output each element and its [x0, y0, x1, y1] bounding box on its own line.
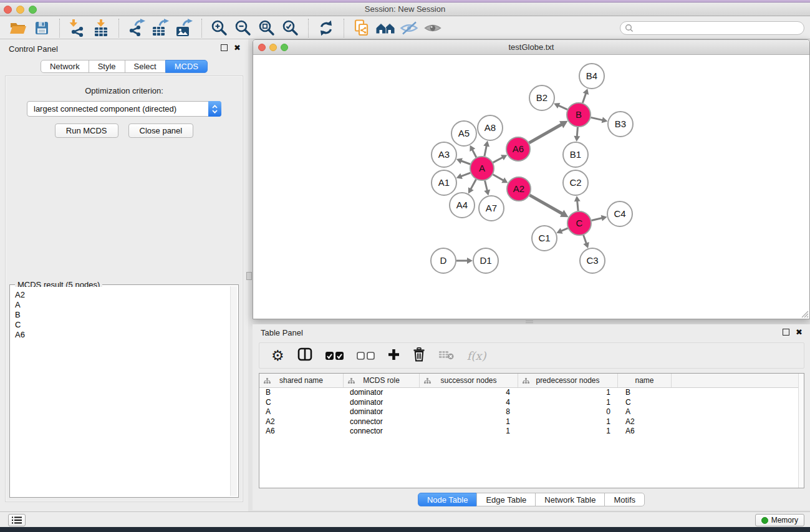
edge-A-A6[interactable] — [493, 155, 508, 162]
network-zoom-button[interactable] — [281, 44, 288, 51]
node-A4[interactable]: A4 — [450, 193, 475, 218]
node-B[interactable]: B — [567, 103, 591, 127]
edge-C-C1[interactable] — [556, 228, 567, 234]
tab-mcds[interactable]: MCDS — [165, 60, 208, 73]
edge-A-A4[interactable] — [468, 180, 476, 194]
mcds-result-item[interactable]: A — [15, 300, 229, 310]
delete-table-button[interactable] — [438, 349, 454, 362]
mcds-result-list[interactable]: A2ABCA6 — [11, 287, 229, 496]
node-B1[interactable]: B1 — [563, 142, 588, 167]
column-header-predecessor-nodes[interactable]: predecessor nodes — [518, 374, 618, 387]
tab-network[interactable]: Network — [41, 60, 89, 73]
network-canvas[interactable]: AA1A2A3A4A5A6A7A8BB1B2B3B4CC1C2C3C4DD1 — [253, 56, 809, 319]
import-network-button[interactable] — [65, 17, 89, 39]
horizontal-splitter-handle[interactable] — [526, 321, 533, 323]
edge-B-B2[interactable] — [554, 103, 567, 110]
close-table-panel-icon[interactable]: ✖ — [796, 329, 803, 336]
edge-A-A1[interactable] — [456, 173, 471, 179]
network-close-button[interactable] — [258, 44, 266, 51]
edge-B-B3[interactable] — [591, 117, 608, 123]
edge-C-C4[interactable] — [591, 215, 607, 221]
add-column-button[interactable] — [388, 349, 400, 363]
node-A7[interactable]: A7 — [479, 196, 504, 221]
node-B3[interactable]: B3 — [608, 112, 633, 137]
task-history-button[interactable] — [8, 514, 26, 526]
table-row[interactable]: Bdominator41B — [259, 388, 804, 398]
node-C3[interactable]: C3 — [580, 248, 605, 273]
show-all-button[interactable] — [421, 17, 445, 39]
criterion-dropdown[interactable]: largest connected component (directed) — [27, 101, 221, 117]
float-table-panel-icon[interactable] — [783, 329, 789, 336]
table-row[interactable]: Adominator80A — [259, 407, 804, 417]
network-window-titlebar[interactable]: testGlobe.txt — [253, 40, 809, 55]
minimize-window-button[interactable] — [16, 6, 24, 14]
node-A5[interactable]: A5 — [451, 121, 476, 146]
node-A3[interactable]: A3 — [432, 142, 456, 167]
mcds-result-item[interactable]: B — [15, 310, 229, 320]
node-C4[interactable]: C4 — [607, 201, 632, 226]
delete-column-button[interactable] — [413, 347, 425, 364]
column-header-successor-nodes[interactable]: successor nodes — [420, 374, 518, 387]
result-list-scrollbar[interactable] — [230, 286, 237, 496]
edge-C-C3[interactable] — [583, 235, 589, 248]
split-columns-button[interactable] — [297, 347, 312, 364]
node-C[interactable]: C — [567, 211, 591, 235]
import-table-button[interactable] — [89, 17, 113, 39]
tab-node-table[interactable]: Node Table — [418, 493, 478, 506]
table-row[interactable]: A2connector11A2 — [259, 417, 804, 427]
zoom-fit-button[interactable] — [255, 17, 279, 39]
edge-A-A3[interactable] — [456, 158, 470, 164]
table-settings-button[interactable]: ⚙ — [271, 349, 284, 363]
splitter-handle[interactable] — [246, 272, 252, 280]
close-window-button[interactable] — [4, 6, 12, 14]
table-scrollbar[interactable] — [798, 374, 804, 488]
node-C2[interactable]: C2 — [563, 170, 588, 195]
mcds-result-item[interactable]: A2 — [15, 290, 229, 300]
node-C1[interactable]: C1 — [532, 226, 557, 251]
select-all-button[interactable] — [325, 352, 344, 360]
table-row[interactable]: A6connector11A6 — [259, 427, 804, 437]
close-panel-button[interactable]: Close panel — [128, 123, 194, 138]
tab-motifs[interactable]: Motifs — [604, 493, 645, 506]
resize-grip-icon[interactable] — [800, 309, 809, 318]
float-panel-icon[interactable] — [221, 44, 228, 51]
node-B4[interactable]: B4 — [579, 64, 604, 89]
function-builder-button[interactable]: f(x) — [467, 349, 486, 362]
tab-network-table[interactable]: Network Table — [535, 493, 605, 506]
network-minimize-button[interactable] — [269, 44, 277, 51]
edge-A6-B[interactable] — [529, 121, 567, 143]
edge-B-B1[interactable] — [574, 127, 580, 142]
first-neighbors-button[interactable] — [374, 17, 397, 39]
column-header-name[interactable]: name — [618, 374, 672, 387]
table-row[interactable]: Cdominator41C — [259, 398, 804, 408]
close-panel-icon[interactable]: ✖ — [234, 44, 241, 51]
edge-A-A2[interactable] — [493, 175, 508, 183]
search-field[interactable] — [620, 21, 804, 35]
node-B2[interactable]: B2 — [529, 85, 554, 110]
edge-A-A8[interactable] — [483, 141, 489, 157]
node-A[interactable]: A — [470, 157, 494, 180]
mcds-result-item[interactable]: C — [15, 320, 229, 330]
node-A2[interactable]: A2 — [507, 177, 531, 201]
deselect-all-button[interactable] — [357, 352, 375, 360]
mcds-result-item[interactable]: A6 — [15, 330, 229, 340]
apply-layout-button[interactable] — [314, 17, 338, 39]
node-A8[interactable]: A8 — [478, 115, 503, 140]
node-A1[interactable]: A1 — [432, 170, 456, 195]
hide-selected-button[interactable] — [397, 17, 421, 39]
tab-edge-table[interactable]: Edge Table — [476, 493, 536, 506]
node-A6[interactable]: A6 — [506, 137, 530, 161]
column-header-mcds-role[interactable]: MCDS role — [344, 374, 420, 387]
export-network-button[interactable] — [125, 17, 148, 39]
tab-style[interactable]: Style — [89, 60, 125, 73]
open-session-button[interactable] — [6, 17, 30, 39]
search-input[interactable] — [636, 22, 804, 34]
zoom-window-button[interactable] — [29, 6, 37, 14]
edge-A-A7[interactable] — [484, 180, 490, 195]
zoom-in-button[interactable] — [208, 17, 231, 39]
run-mcds-button[interactable]: Run MCDS — [55, 123, 118, 138]
zoom-selected-button[interactable] — [279, 17, 302, 39]
memory-button[interactable]: Memory — [755, 514, 804, 526]
new-network-from-selection-button[interactable] — [350, 17, 374, 39]
zoom-out-button[interactable] — [231, 17, 255, 39]
